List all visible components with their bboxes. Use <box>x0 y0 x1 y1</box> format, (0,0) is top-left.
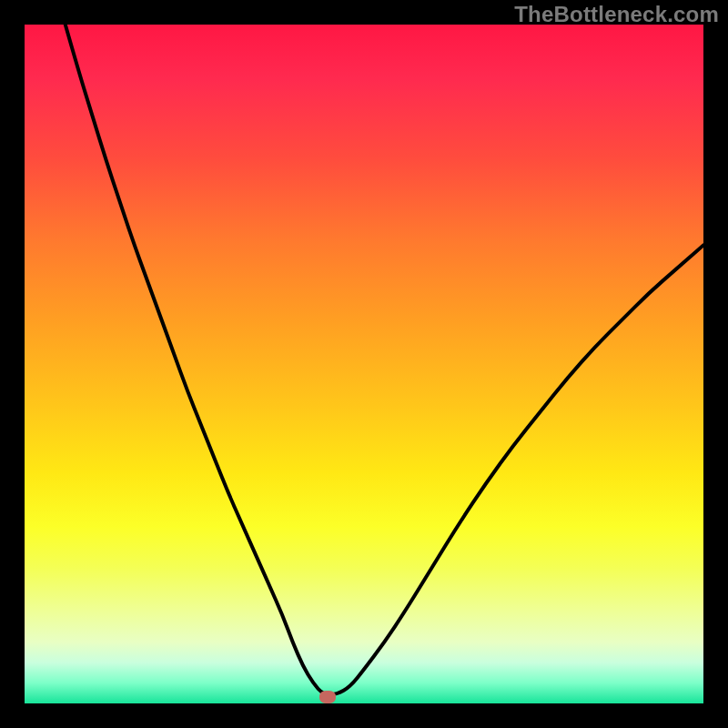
min-marker <box>319 691 336 703</box>
curve-path <box>66 25 703 694</box>
watermark-text: TheBottleneck.com <box>514 2 719 27</box>
chart-frame: TheBottleneck.com <box>0 0 728 728</box>
curve-svg <box>25 25 703 703</box>
plot-area <box>25 25 703 703</box>
